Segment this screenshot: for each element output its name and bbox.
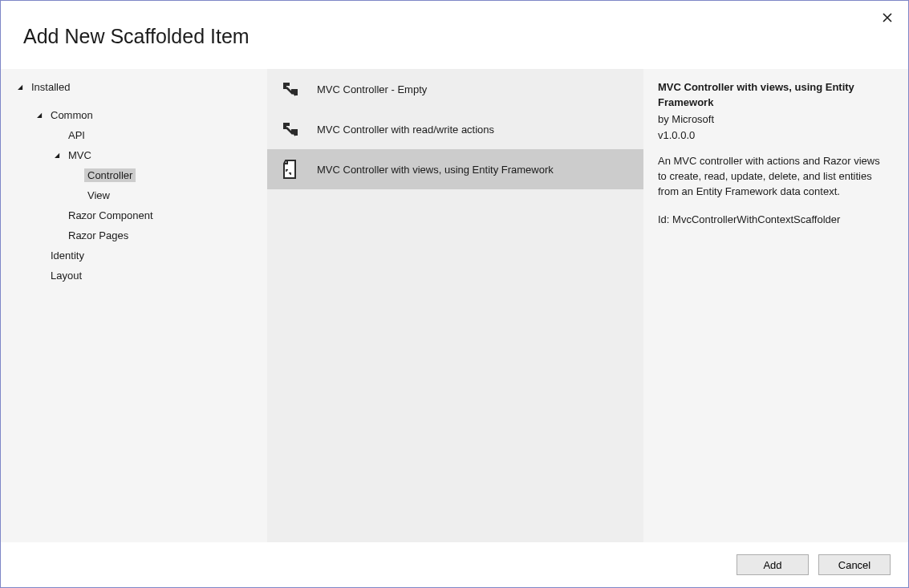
tree-label: View [87,189,110,201]
tree-label: Razor Pages [68,229,128,241]
tree-spacer [52,131,62,140]
tree-item-installed[interactable]: ◢ Installed [14,77,267,97]
template-item-mvc-controller-empty[interactable]: MVC Controller - Empty [267,69,643,109]
dialog-footer: Add Cancel [1,542,908,587]
tree-label: API [68,129,85,141]
tree-label: Controller [87,169,132,181]
category-tree: ◢ Installed ◢ Common API ◢ [1,69,267,542]
detail-author: by Microsoft [658,112,891,128]
dialog-body: ◢ Installed ◢ Common API ◢ [1,69,908,542]
tree-item-razor-component[interactable]: Razor Component [14,205,267,225]
tree-item-common[interactable]: ◢ Common [14,105,267,125]
template-label: MVC Controller with read/write actions [317,124,494,136]
template-item-mvc-controller-readwrite[interactable]: MVC Controller with read/write actions [267,109,643,149]
tree-label: Installed [31,81,70,93]
template-details: MVC Controller with views, using Entity … [643,69,908,542]
tree-spacer [34,251,44,261]
tree-label: Identity [51,249,84,262]
tree-spacer [71,171,81,180]
detail-version: v1.0.0.0 [658,128,891,144]
tree-item-razor-pages[interactable]: Razor Pages [14,225,267,245]
detail-id: Id: MvcControllerWithContextScaffolder [658,213,891,228]
tree-item-identity[interactable]: Identity [14,245,267,266]
tree-item-layout[interactable]: Layout [14,266,267,286]
tree-item-controller[interactable]: Controller [14,165,267,185]
template-list: MVC Controller - Empty MVC Controller wi… [267,69,643,542]
dialog-header: Add New Scaffolded Item [1,1,908,69]
tree-label: MVC [68,149,91,161]
tree-item-view[interactable]: View [14,185,267,205]
tree-spacer [52,231,62,241]
close-button[interactable] [879,10,895,26]
tree-item-mvc[interactable]: ◢ MVC [14,145,267,165]
tree-label: Layout [51,270,82,282]
add-button[interactable]: Add [737,554,809,575]
controller-icon [278,117,302,141]
chevron-down-icon: ◢ [52,151,62,160]
tree-label: Razor Component [68,209,153,221]
template-label: MVC Controller - Empty [317,83,427,95]
template-item-mvc-controller-ef[interactable]: MVC Controller with views, using Entity … [267,149,643,189]
chevron-down-icon: ◢ [34,111,44,120]
tree-label: Common [51,109,93,121]
dialog-window: Add New Scaffolded Item ◢ Installed ◢ Co… [0,0,909,588]
chevron-down-icon: ◢ [15,83,25,92]
tree-spacer [71,191,81,201]
cancel-button[interactable]: Cancel [818,554,891,575]
controller-ef-icon [278,157,302,181]
template-label: MVC Controller with views, using Entity … [317,164,554,176]
dialog-title: Add New Scaffolded Item [23,25,250,48]
controller-icon [278,77,302,101]
close-icon [883,12,892,25]
tree-spacer [52,211,62,221]
tree-spacer [34,271,44,281]
detail-title: MVC Controller with views, using Entity … [658,80,891,111]
detail-description: An MVC controller with actions and Razor… [658,154,891,200]
tree-item-api[interactable]: API [14,125,267,145]
